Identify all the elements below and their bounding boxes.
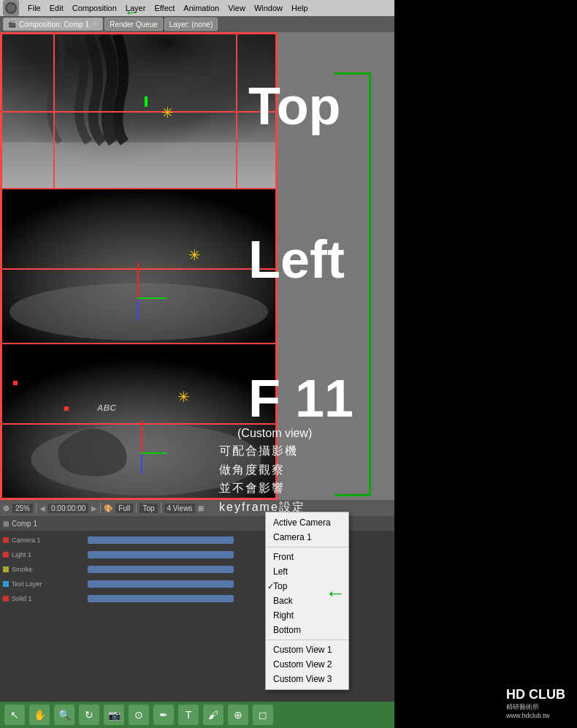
- tool-rotate[interactable]: ↻: [79, 705, 99, 725]
- dropdown-camera-1[interactable]: Camera 1: [266, 530, 348, 545]
- red-guide-h: [2, 111, 276, 113]
- dropdown-custom-view-2[interactable]: Custom View 2: [266, 657, 348, 672]
- custom-view-label: (Custom view): [237, 427, 312, 440]
- dropdown-front[interactable]: Front: [266, 550, 348, 564]
- layer-label-5: Solid 1: [12, 595, 85, 602]
- taskbar: ↖ ✋ 🔍 ↻ 📷 ⊙ ✒ T 🖌 ⊕ ◻: [0, 702, 394, 728]
- 3d-text-object: ABC: [96, 403, 117, 413]
- layer-color-3: [3, 566, 9, 572]
- red-square-2: [64, 406, 69, 411]
- dropdown-bottom[interactable]: Bottom: [266, 623, 348, 637]
- frame-forward-icon[interactable]: ▶: [91, 504, 97, 512]
- red-guide-v1: [53, 34, 55, 189]
- chinese-annotation: 可配合攝影機 做角度觀察 並不會影響 keyframe設定: [219, 441, 305, 516]
- menu-effect[interactable]: Effect: [154, 4, 175, 12]
- viewport-grid: ✳ ✳: [0, 32, 278, 500]
- red-guide-left-h: [2, 268, 276, 270]
- checkmark-icon: ✓: [267, 582, 274, 591]
- views-count[interactable]: 4 Views: [164, 504, 196, 513]
- hdclub-subtitle: 精研藝術所: [506, 702, 565, 712]
- dropdown-right[interactable]: Right: [266, 608, 348, 623]
- dropdown-custom-view-3[interactable]: Custom View 3: [266, 672, 348, 686]
- view-name[interactable]: Top: [140, 504, 157, 513]
- red-guide-f11-h: [2, 423, 276, 425]
- layer-color-4: [3, 581, 9, 587]
- menu-help[interactable]: Help: [291, 4, 308, 12]
- view-label-top: Top: [248, 76, 341, 136]
- tab-bar: 🎬 Composition: Comp 1 ✕ Render Queue Lay…: [0, 16, 394, 32]
- tool-clone[interactable]: ⊕: [228, 705, 248, 725]
- layer-label-3: Smoke: [12, 566, 85, 573]
- menu-animation[interactable]: Animation: [183, 4, 219, 12]
- layer-bar-3: [88, 566, 234, 573]
- menu-window[interactable]: Window: [254, 4, 283, 12]
- view-label-left: Left: [248, 230, 345, 289]
- tool-camera[interactable]: 📷: [104, 705, 124, 725]
- tool-zoom[interactable]: 🔍: [54, 705, 74, 725]
- layer-bar-5: [88, 595, 234, 602]
- dropdown-left[interactable]: Left: [266, 564, 348, 579]
- layer-bar-2: [88, 551, 234, 558]
- tool-hand[interactable]: ✋: [29, 705, 50, 725]
- green-arrow-menu: ←: [124, 3, 140, 22]
- layer-bar-4: [88, 580, 234, 588]
- tool-brush[interactable]: 🖌: [203, 705, 223, 725]
- layer-color-2: [3, 552, 9, 558]
- crosshair-marker-f11: ✳: [177, 388, 190, 406]
- crosshair-marker-top: ✳: [161, 104, 174, 121]
- frame-back-icon[interactable]: ◀: [39, 504, 45, 512]
- tab-composition[interactable]: 🎬 Composition: Comp 1 ✕: [3, 18, 103, 31]
- dropdown-custom-view-1[interactable]: Custom View 1: [266, 642, 348, 657]
- red-guide-v2: [236, 34, 237, 189]
- tool-orbit[interactable]: ⊙: [129, 705, 149, 725]
- green-arrow-dropdown: ←: [325, 582, 345, 605]
- layer-label-1: Camera 1: [12, 536, 85, 544]
- dropdown-separator-1: [266, 547, 348, 547]
- hdclub-url: www.hdclub.tw: [506, 712, 565, 719]
- viewport-left-panel[interactable]: ✳: [1, 189, 276, 344]
- red-square-1: [13, 381, 18, 385]
- svg-rect-2: [2, 143, 275, 188]
- menu-file[interactable]: File: [28, 4, 41, 12]
- timeline-title: Comp 1: [12, 520, 37, 528]
- quality-setting[interactable]: Full: [115, 504, 133, 513]
- layer-bar-1: [88, 536, 234, 544]
- dropdown-separator-2: [266, 640, 348, 640]
- hdclub-watermark: HD CLUB 精研藝術所 www.hdclub.tw: [500, 684, 571, 722]
- composition-area: ✳ ✳: [0, 32, 394, 500]
- tab-layer[interactable]: Layer: (none): [164, 18, 218, 31]
- tool-eraser[interactable]: ◻: [253, 705, 273, 725]
- layer-color-1: [3, 537, 9, 543]
- menu-bar: File Edit Composition Layer Effect Anima…: [0, 0, 394, 16]
- timecode: 0:00:00:00: [48, 504, 88, 513]
- layer-label-4: Text Layer: [12, 580, 85, 588]
- svg-point-5: [9, 283, 268, 341]
- zoom-level[interactable]: 25%: [12, 504, 33, 513]
- tool-text[interactable]: T: [178, 705, 199, 725]
- crosshair-marker-left: ✳: [188, 246, 201, 264]
- viewport-top-panel[interactable]: ✳: [1, 34, 276, 189]
- green-bracket-annotation: [335, 72, 371, 496]
- tool-cursor[interactable]: ↖: [4, 705, 25, 725]
- tool-pen[interactable]: ✒: [153, 705, 174, 725]
- dropdown-active-camera[interactable]: Active Camera: [266, 515, 348, 530]
- status-icon-left: ⚙: [3, 504, 9, 512]
- layer-color-5: [3, 596, 9, 602]
- hdclub-logo-text: HD CLUB: [506, 687, 565, 702]
- timeline-icon: ⊞: [3, 520, 9, 528]
- view-expand-icon[interactable]: ⊞: [198, 504, 204, 512]
- layer-label-2: Light 1: [12, 551, 85, 558]
- color-icon[interactable]: 🎨: [104, 504, 112, 512]
- menu-edit[interactable]: Edit: [50, 4, 64, 12]
- app-icon: [3, 0, 19, 16]
- menu-composition[interactable]: Composition: [72, 4, 117, 12]
- menu-view[interactable]: View: [228, 4, 245, 12]
